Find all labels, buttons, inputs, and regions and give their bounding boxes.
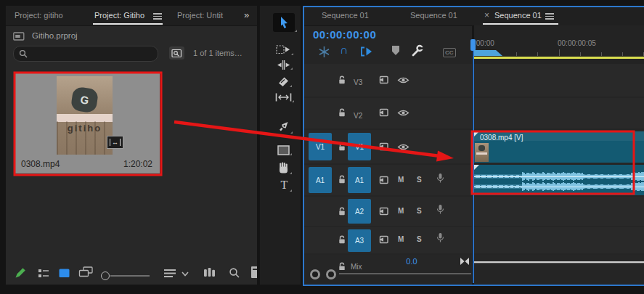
tab-sequence-1[interactable]: Sequence 01 <box>322 11 369 20</box>
timeline-panel: Sequence 01 Sequence 01 × Sequence 01 00… <box>303 6 644 286</box>
panel-menu-icon[interactable] <box>153 13 162 20</box>
clip-thumbnail[interactable]: G gitiho <box>57 76 113 155</box>
breadcrumb[interactable]: Gitiho.prproj <box>32 31 78 40</box>
source-patch-a1-button[interactable]: A1 <box>309 167 332 193</box>
hand-tool[interactable] <box>277 162 290 174</box>
panel-focus-border <box>303 6 644 7</box>
nest-sequences-icon[interactable] <box>318 46 330 58</box>
sync-lock-icon[interactable] <box>378 207 388 216</box>
chevron-down-icon[interactable] <box>182 271 189 277</box>
tab-sequence-3[interactable]: Sequence 01 <box>494 11 542 20</box>
slip-tool[interactable] <box>275 92 292 102</box>
lock-icon[interactable] <box>338 207 346 216</box>
mute-button[interactable]: M <box>398 176 404 184</box>
lock-icon[interactable] <box>338 262 346 270</box>
close-tab-icon[interactable]: × <box>484 10 489 20</box>
search-input[interactable] <box>31 47 156 60</box>
voiceover-mic-icon[interactable] <box>436 232 444 243</box>
lock-icon[interactable] <box>338 235 346 245</box>
track-target-a1-button[interactable]: A1 <box>348 167 371 193</box>
master-gain-value[interactable]: 0.0 <box>399 257 425 266</box>
find-icon[interactable] <box>229 267 240 279</box>
lock-icon[interactable] <box>338 108 346 118</box>
linked-selection-icon[interactable] <box>360 46 372 57</box>
icon-view-icon[interactable] <box>58 268 70 279</box>
solo-button[interactable]: S <box>417 207 422 215</box>
pen-icon <box>277 119 290 134</box>
lock-icon[interactable] <box>338 142 346 152</box>
mute-button[interactable]: M <box>398 207 404 215</box>
search-icon <box>19 49 28 59</box>
source-patch-v1-button[interactable]: V1 <box>309 133 332 160</box>
razor-tool[interactable] <box>277 76 290 87</box>
project-panel-tabbar: Project: gitiho Project: Gitiho Project:… <box>6 6 257 26</box>
razor-icon <box>277 76 290 87</box>
filter-bin-content-button[interactable] <box>169 46 184 60</box>
tab-overflow-chevron-icon[interactable]: » <box>244 9 249 20</box>
rectangle-icon <box>277 145 290 155</box>
fit-bowtie-icon[interactable] <box>460 257 470 266</box>
timeline-clip-audio[interactable] <box>474 165 644 195</box>
pen-tool[interactable] <box>277 119 290 134</box>
track-name-v3[interactable]: V3 <box>354 78 362 86</box>
timeline-clip-video[interactable]: 0308.mp4 [V] <box>474 131 644 163</box>
project-item-0308[interactable]: G gitiho ↔ 0308.mp4 1:20:02 <box>15 73 160 173</box>
track-output-eye-icon[interactable] <box>397 109 409 117</box>
clip-name: 0308.mp4 <box>21 159 60 169</box>
snap-magnet-icon[interactable]: ∩ <box>340 44 349 57</box>
voiceover-mic-icon[interactable] <box>436 173 444 184</box>
tab-project-gitiho-2[interactable]: Project: Gitiho <box>94 11 144 20</box>
automate-to-sequence-icon[interactable] <box>203 266 216 278</box>
time-ruler[interactable]: :00:00 00:00:00:05 <box>474 25 644 64</box>
list-view-icon[interactable] <box>38 268 49 279</box>
new-item-icon[interactable] <box>251 266 257 278</box>
sort-icon[interactable] <box>163 269 176 278</box>
sync-lock-icon[interactable] <box>378 75 388 84</box>
zoom-slider-track[interactable] <box>110 275 150 277</box>
sync-lock-icon[interactable] <box>378 108 388 117</box>
playhead-timecode[interactable]: 00:00:00:00 <box>313 28 376 41</box>
track-target-a3-button[interactable]: A3 <box>348 229 371 252</box>
sync-lock-icon[interactable] <box>378 235 388 244</box>
track-output-eye-icon[interactable] <box>397 143 409 151</box>
freeform-view-icon[interactable] <box>78 266 94 278</box>
voiceover-mic-icon[interactable] <box>436 204 444 215</box>
tab-sequence-2[interactable]: Sequence 01 <box>410 11 457 20</box>
sync-lock-icon[interactable] <box>378 176 388 184</box>
ripple-edit-tool[interactable] <box>277 60 290 70</box>
timeline-settings-wrench-icon[interactable] <box>411 44 424 57</box>
scrollbar-handle-right[interactable] <box>326 269 336 279</box>
panel-focus-border <box>303 6 304 286</box>
selection-tool[interactable] <box>273 13 295 32</box>
items-count: 1 of 1 items… <box>193 49 256 57</box>
mute-button[interactable]: M <box>398 235 404 243</box>
track-name-mix[interactable]: Mix <box>351 263 362 270</box>
captions-icon[interactable]: CC <box>443 48 456 57</box>
playhead-line[interactable] <box>473 49 474 283</box>
master-track-line <box>474 261 644 264</box>
tab-project-gitiho-1[interactable]: Project: gitiho <box>15 11 63 20</box>
track-name-v2[interactable]: V2 <box>354 112 362 120</box>
scrollbar-track[interactable] <box>339 273 471 274</box>
add-marker-icon[interactable] <box>392 46 399 55</box>
panel-menu-icon[interactable] <box>545 13 554 20</box>
scrollbar-handle-left[interactable] <box>310 269 320 279</box>
solo-button[interactable]: S <box>417 235 422 243</box>
solo-button[interactable]: S <box>417 176 422 184</box>
rectangle-tool[interactable] <box>277 145 290 155</box>
track-select-forward-tool[interactable] <box>276 44 291 55</box>
lock-icon[interactable] <box>338 175 346 184</box>
project-icon <box>13 32 25 41</box>
zoom-slider-handle[interactable] <box>101 271 110 280</box>
type-tool[interactable]: T <box>279 179 290 192</box>
writable-pencil-icon[interactable] <box>15 266 27 279</box>
track-target-a2-button[interactable]: A2 <box>348 199 371 224</box>
tab-project-untitled[interactable]: Project: Untit <box>177 11 223 20</box>
playhead-head[interactable] <box>470 39 476 51</box>
search-box <box>13 46 158 62</box>
track-output-eye-icon[interactable] <box>397 76 409 84</box>
slip-icon <box>275 92 292 102</box>
lock-icon[interactable] <box>338 75 346 85</box>
track-target-v1-button[interactable]: V1 <box>348 133 371 160</box>
sync-lock-icon[interactable] <box>378 142 388 151</box>
